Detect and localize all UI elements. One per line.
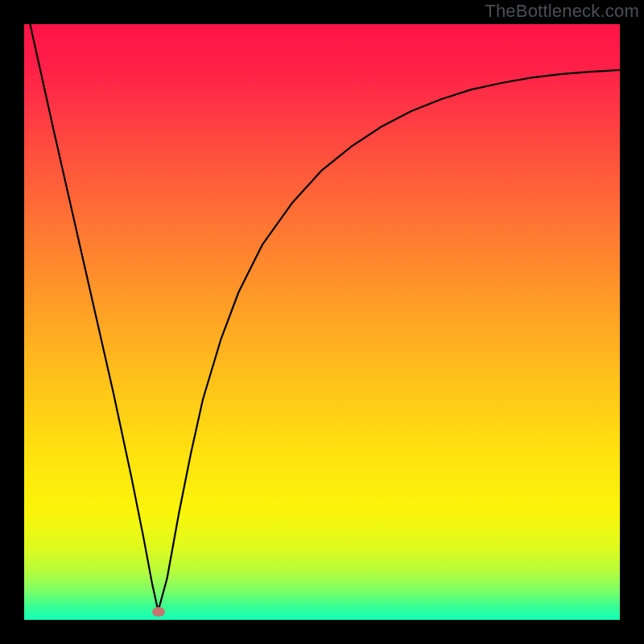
minimum-marker-icon — [152, 607, 165, 617]
plot-area — [24, 24, 620, 620]
curve-svg — [24, 24, 620, 620]
chart-container: TheBottleneck.com — [0, 0, 644, 644]
curve-line — [30, 24, 620, 611]
watermark-label: TheBottleneck.com — [485, 1, 639, 22]
